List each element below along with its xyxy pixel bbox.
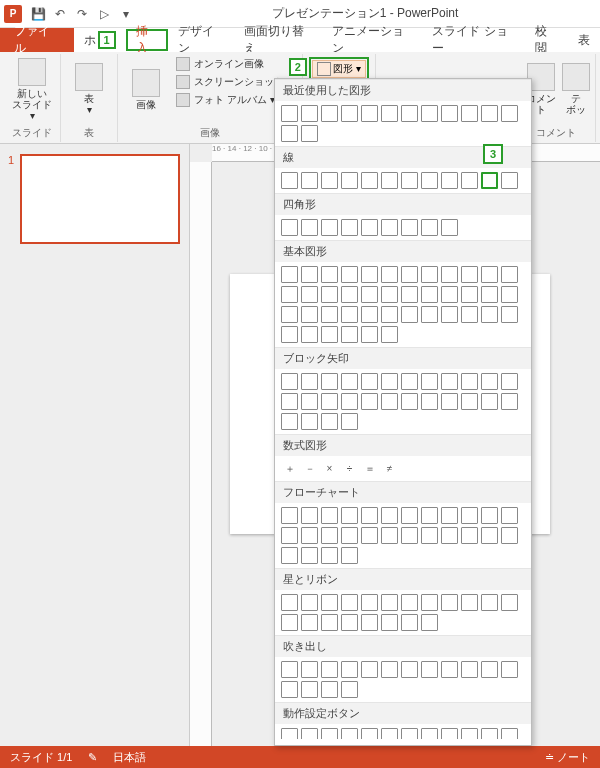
shape-item[interactable] [321, 266, 338, 283]
shape-item[interactable] [481, 661, 498, 678]
shape-item[interactable] [281, 373, 298, 390]
undo-button[interactable]: ↶ [52, 6, 68, 22]
shape-item[interactable] [381, 614, 398, 631]
shape-item[interactable] [381, 594, 398, 611]
shape-item[interactable] [341, 393, 358, 410]
shape-item[interactable] [461, 527, 478, 544]
shape-item[interactable] [341, 286, 358, 303]
shape-item[interactable]: ÷ [341, 460, 358, 477]
shape-item[interactable] [421, 393, 438, 410]
shape-item[interactable] [341, 614, 358, 631]
shape-item[interactable] [461, 286, 478, 303]
shape-item[interactable] [281, 306, 298, 323]
shape-item[interactable] [301, 286, 318, 303]
shape-item[interactable] [441, 266, 458, 283]
shape-item[interactable] [401, 306, 418, 323]
shape-item[interactable] [301, 306, 318, 323]
shape-item[interactable] [381, 507, 398, 524]
shape-item[interactable] [361, 373, 378, 390]
shape-item[interactable] [321, 594, 338, 611]
shape-item[interactable] [281, 172, 298, 189]
shape-item[interactable] [281, 219, 298, 236]
shape-item[interactable] [441, 393, 458, 410]
shape-item[interactable] [301, 594, 318, 611]
save-button[interactable]: 💾 [30, 6, 46, 22]
shape-item[interactable] [341, 266, 358, 283]
shape-item[interactable] [281, 105, 298, 122]
shape-item[interactable] [321, 306, 338, 323]
table-button[interactable]: 表 ▾ [67, 56, 111, 122]
new-slide-button[interactable]: 新しい スライド ▾ [10, 56, 54, 122]
shape-item[interactable] [301, 125, 318, 142]
shape-item[interactable] [501, 661, 518, 678]
shape-item[interactable] [461, 266, 478, 283]
shape-item[interactable]: × [321, 460, 338, 477]
shape-item[interactable] [501, 172, 518, 189]
shape-item[interactable] [281, 728, 298, 739]
shape-item[interactable] [341, 507, 358, 524]
shape-item[interactable] [321, 547, 338, 564]
shape-item[interactable]: － [301, 460, 318, 477]
shape-item[interactable] [441, 527, 458, 544]
shape-item[interactable] [381, 219, 398, 236]
shape-item[interactable] [321, 393, 338, 410]
shape-item[interactable] [381, 326, 398, 343]
shapes-button[interactable]: 図形 ▾ [312, 60, 366, 78]
shape-item[interactable] [481, 172, 498, 189]
shape-item[interactable] [401, 507, 418, 524]
shape-item[interactable] [341, 547, 358, 564]
shape-item[interactable] [381, 527, 398, 544]
status-language[interactable]: 日本語 [113, 750, 146, 765]
shape-item[interactable] [381, 661, 398, 678]
shape-item[interactable] [481, 393, 498, 410]
shape-item[interactable] [381, 373, 398, 390]
shape-item[interactable] [461, 105, 478, 122]
shape-item[interactable] [341, 105, 358, 122]
shape-item[interactable] [461, 728, 478, 739]
start-slideshow-button[interactable]: ▷ [96, 6, 112, 22]
shape-item[interactable] [301, 105, 318, 122]
shape-item[interactable] [501, 105, 518, 122]
shape-item[interactable] [301, 614, 318, 631]
slide-thumbnail[interactable] [20, 154, 180, 244]
shape-item[interactable] [481, 306, 498, 323]
status-spellcheck-icon[interactable]: ✎ [88, 751, 97, 764]
shape-item[interactable]: ＝ [361, 460, 378, 477]
shape-item[interactable] [361, 266, 378, 283]
shape-item[interactable] [401, 527, 418, 544]
redo-button[interactable]: ↷ [74, 6, 90, 22]
shape-item[interactable] [461, 594, 478, 611]
textbox-button[interactable]: テ ボッ [563, 56, 589, 122]
shape-item[interactable] [441, 661, 458, 678]
shape-item[interactable] [361, 527, 378, 544]
shape-item[interactable] [501, 507, 518, 524]
shape-item[interactable] [421, 594, 438, 611]
shape-item[interactable] [381, 728, 398, 739]
tab-review[interactable]: 校閲 [525, 28, 568, 52]
shape-item[interactable] [441, 594, 458, 611]
shape-item[interactable] [421, 728, 438, 739]
tab-design[interactable]: デザイン [168, 28, 234, 52]
shape-item[interactable] [461, 661, 478, 678]
shape-item[interactable] [301, 507, 318, 524]
shape-item[interactable] [281, 507, 298, 524]
shape-item[interactable] [321, 527, 338, 544]
shape-item[interactable] [301, 393, 318, 410]
shape-item[interactable] [441, 172, 458, 189]
shape-item[interactable] [321, 326, 338, 343]
shape-item[interactable] [301, 681, 318, 698]
shape-item[interactable] [301, 413, 318, 430]
shape-item[interactable] [421, 507, 438, 524]
shape-item[interactable] [461, 172, 478, 189]
shape-item[interactable] [421, 105, 438, 122]
shape-item[interactable] [281, 286, 298, 303]
shape-item[interactable] [341, 728, 358, 739]
shape-item[interactable] [381, 306, 398, 323]
shape-item[interactable] [421, 266, 438, 283]
shape-item[interactable] [301, 326, 318, 343]
shape-item[interactable] [301, 547, 318, 564]
online-image-button[interactable]: オンライン画像 [172, 56, 296, 72]
shape-item[interactable] [341, 172, 358, 189]
shape-item[interactable] [321, 728, 338, 739]
shape-item[interactable] [341, 527, 358, 544]
